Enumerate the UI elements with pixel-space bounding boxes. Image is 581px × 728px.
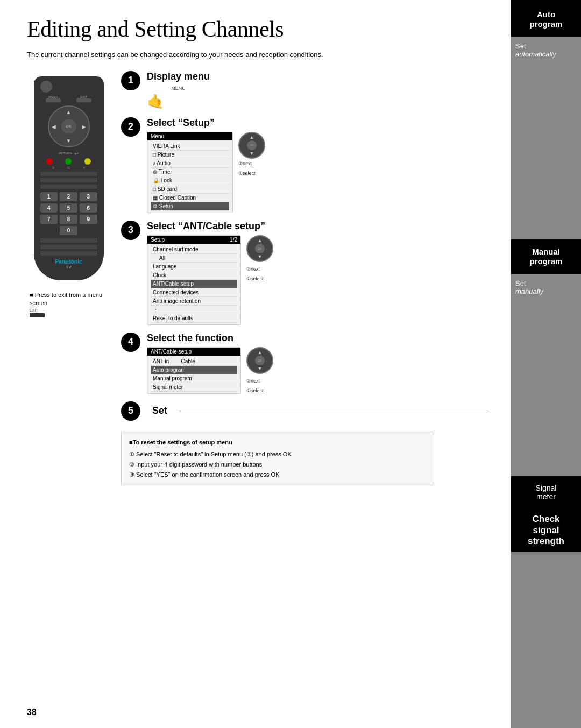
remote-bottom-btn-3[interactable] <box>40 251 97 256</box>
step-2: 2 Select “Setup” Menu VIERA Link □ Pictu… <box>121 117 490 213</box>
menu-item-reset: Reset to defaults <box>151 314 237 323</box>
menu-btn[interactable] <box>46 98 61 102</box>
menu-label: MENU <box>46 95 61 98</box>
reset-item-1: ① Select "Reset to defaults" in Setup me… <box>129 449 425 460</box>
sidebar-auto-program: Autoprogram <box>511 2 581 37</box>
reset-item-2: ② Input your 4-digit password with numbe… <box>129 460 425 470</box>
nav4-ok: OK <box>255 356 265 365</box>
step-2-next-label: ②next <box>238 161 265 166</box>
menu-item-setup: ⚙ Setup <box>151 202 229 211</box>
step-3-title: Select “ANT/Cable setup” <box>147 221 490 232</box>
num-btn-1[interactable]: 1 <box>40 192 58 201</box>
red-btn[interactable] <box>46 158 53 165</box>
num-btn-0[interactable]: 0 <box>60 226 77 235</box>
remote-black-btns <box>40 172 97 189</box>
menu-item-dots: ⋮ <box>151 306 237 314</box>
nav2-down-icon: ▼ <box>250 151 254 156</box>
nav4-down-icon: ▼ <box>258 366 263 371</box>
step-5-line <box>179 411 490 411</box>
step-2-nav-circle: ▲ ▼ OK <box>238 132 265 159</box>
sidebar-auto-label: Autoprogram <box>515 10 577 29</box>
step-3-content: Select “ANT/Cable setup” Setup 1/2 Chann… <box>147 221 490 325</box>
dpad-right-icon[interactable]: ▶ <box>82 123 86 129</box>
menu-item-lock: 🔒 Lock <box>151 176 229 185</box>
menu-item-channel-surf: Channel surf mode <box>151 245 237 254</box>
dpad-up-icon[interactable]: ▲ <box>66 109 72 115</box>
step-5: 5 Set <box>121 401 490 421</box>
menu-item-timer: ⊕ Timer <box>151 168 229 176</box>
sidebar-set-automatically: Set automatically <box>511 37 581 63</box>
remote-bottom-btn-2[interactable] <box>40 245 97 249</box>
step-3: 3 Select “ANT/Cable setup” Setup 1/2 Cha… <box>121 221 490 325</box>
step-4-circle: 4 <box>121 333 140 352</box>
panasonic-brand: Panasonic <box>38 259 100 265</box>
step-3-next-label: ②next <box>246 266 273 272</box>
reset-info-box: ■To reset the settings of setup menu ① S… <box>121 432 433 486</box>
nav4-up-icon: ▲ <box>258 350 263 355</box>
step-3-nav-circle: ▲ ▼ OK <box>246 235 273 262</box>
step-4-title: Select the function <box>147 333 490 344</box>
return-icon[interactable]: ↩ <box>74 151 79 157</box>
sidebar-auto-sublabel: automatically <box>515 50 577 58</box>
remote-bottom-btn-1[interactable] <box>40 238 97 243</box>
remote-container: MENU EXIT ▲ ▼ ◀ <box>27 76 110 486</box>
menu-item-sdcard: □ SD card <box>151 185 229 194</box>
dpad-down-icon[interactable]: ▼ <box>66 138 72 144</box>
num-btn-2[interactable]: 2 <box>60 192 77 201</box>
exit-small-label: EXIT <box>30 308 110 312</box>
nav2-up-icon: ▲ <box>250 135 254 140</box>
remote-long-btn-2[interactable] <box>40 178 97 182</box>
step-4-menu: ANT/Cable setup ANT in Cable Auto progra… <box>147 347 241 394</box>
remote-control: MENU EXIT ▲ ▼ ◀ <box>34 76 104 280</box>
nav3-up-icon: ▲ <box>258 238 263 243</box>
return-label: RETURN <box>59 152 72 155</box>
num-btn-6[interactable]: 6 <box>80 203 97 213</box>
step-1-circle: 1 <box>121 71 140 90</box>
menu-item-ant-cable: ANT/Cable setup <box>151 280 237 288</box>
num-btn-4[interactable]: 4 <box>40 203 58 213</box>
exit-btn[interactable] <box>76 98 91 102</box>
remote-long-btn-1[interactable] <box>40 172 97 176</box>
menu-item-viera: VIERA Link <box>151 142 229 151</box>
page-title: Editing and Setting Channels <box>27 16 490 42</box>
dpad-left-icon[interactable]: ◀ <box>52 123 56 129</box>
menu-item-language: Language <box>151 263 237 271</box>
step-3-nav: ▲ ▼ OK ②next ①select <box>246 235 273 281</box>
exit-small-btn[interactable] <box>30 313 45 317</box>
num-btn-5[interactable]: 5 <box>60 203 77 213</box>
sidebar-gap-1 <box>511 63 581 239</box>
dpad-ok-btn[interactable]: OK <box>61 119 76 134</box>
remote-long-btn-3[interactable] <box>40 185 97 189</box>
step-2-menu-header: Menu <box>147 132 232 140</box>
step-1: 1 Display menu MENU 🤙 <box>121 71 490 110</box>
step-3-menu-header: Setup 1/2 <box>147 236 240 244</box>
step-1-content: Display menu MENU 🤙 <box>147 71 490 110</box>
step-2-nav: ▲ ▼ OK ②next ①select <box>238 132 265 176</box>
menu-item-anti-image: Anti image retention <box>151 297 237 306</box>
num-btn-3[interactable]: 3 <box>80 192 97 201</box>
page-container: Editing and Setting Channels The current… <box>0 0 581 728</box>
tv-label: TV <box>38 265 100 270</box>
intro-text: The current channel settings can be chan… <box>27 50 393 60</box>
num-btn-9[interactable]: 9 <box>80 215 97 224</box>
num-btn-7[interactable]: 7 <box>40 215 58 224</box>
nav3-down-icon: ▼ <box>258 254 263 259</box>
main-content: Editing and Setting Channels The current… <box>0 0 511 728</box>
menu-label-small: MENU <box>147 86 210 91</box>
sidebar-signal-meter: Signalmeter <box>511 476 581 508</box>
num-btn-8[interactable]: 8 <box>60 215 77 224</box>
remote-dpad[interactable]: ▲ ▼ ◀ ▶ OK <box>48 105 90 147</box>
yellow-btn[interactable] <box>84 158 91 165</box>
step-1-title: Display menu <box>147 71 210 82</box>
menu-item-connected: Connected devices <box>151 288 237 297</box>
sidebar-manually-sublabel: manually <box>515 287 577 295</box>
step-4-nav: ▲ ▼ OK ②next ①select <box>246 347 273 393</box>
reset-info-title: ■To reset the settings of setup menu <box>129 437 425 448</box>
step-4-content: Select the function ANT/Cable setup ANT … <box>147 333 490 394</box>
green-btn[interactable] <box>65 158 72 165</box>
sidebar-check-label: Checksignalstrength <box>515 514 577 547</box>
remote-power-btn[interactable] <box>40 81 52 93</box>
page-number: 38 <box>27 708 37 717</box>
step-5-title: Set <box>152 405 167 416</box>
content-area: MENU EXIT ▲ ▼ ◀ <box>27 71 490 486</box>
